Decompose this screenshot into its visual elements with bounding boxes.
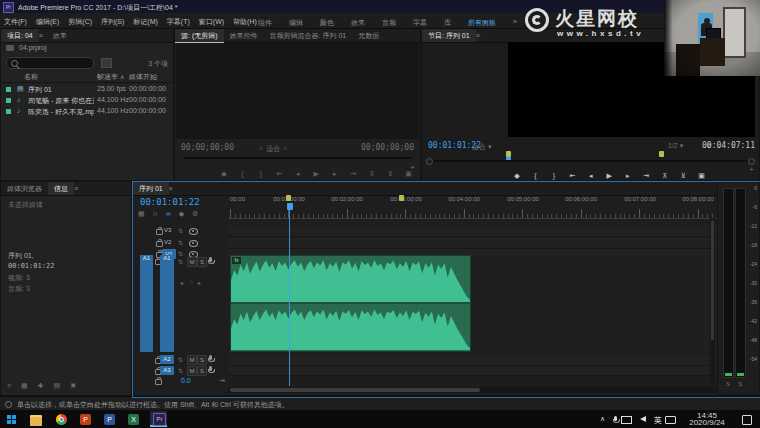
app-p-blue-icon[interactable]: P bbox=[104, 414, 115, 425]
source-fit-select[interactable]: ‹ 适合 › bbox=[260, 144, 286, 154]
mark-in-icon[interactable]: { bbox=[235, 170, 249, 177]
meter-solo-left[interactable]: S bbox=[726, 381, 730, 387]
item-name[interactable]: 周笔畅 - 原来 你也在这里… bbox=[28, 96, 94, 106]
sync-lock-icon[interactable]: ⇅ bbox=[178, 227, 183, 234]
workspace-tab-assembly[interactable]: 组件 bbox=[258, 18, 272, 28]
track-label-v3[interactable]: V3 bbox=[164, 227, 171, 233]
fit-timeline-icon[interactable]: ⇥ bbox=[219, 377, 225, 385]
go-to-out-icon[interactable]: ⇥ bbox=[346, 170, 360, 178]
step-forward-icon[interactable]: ▸ bbox=[621, 172, 635, 180]
menu-edit[interactable]: 编辑(E) bbox=[36, 17, 59, 27]
master-gain-value[interactable]: 0.0 bbox=[181, 377, 191, 384]
workspace-tab-effects[interactable]: 效果 bbox=[351, 18, 365, 28]
lift-icon[interactable]: ⊼ bbox=[658, 172, 672, 180]
menu-titles[interactable]: 字幕(T) bbox=[167, 17, 190, 27]
tray-volume-icon[interactable] bbox=[640, 416, 646, 422]
step-back-icon[interactable]: ◂ bbox=[584, 172, 598, 180]
program-fit-select[interactable]: 适合 ▾ bbox=[472, 142, 491, 152]
tab-source[interactable]: 源: (无剪辑) bbox=[175, 29, 224, 43]
timeline-ruler[interactable]: 00:00 00:01:00:00 00:02:00:00 00:03:00:0… bbox=[228, 196, 717, 219]
add-marker-icon[interactable]: ◆ bbox=[510, 172, 524, 180]
sync-lock-icon[interactable]: ⇅ bbox=[178, 356, 183, 363]
label-color-chip[interactable] bbox=[6, 98, 11, 103]
workspace-tab-editing[interactable]: 编辑 bbox=[289, 18, 303, 28]
extract-icon[interactable]: ⊻ bbox=[676, 172, 690, 180]
audio-track-a2-content[interactable] bbox=[228, 355, 717, 366]
keyframe-previous-icon[interactable]: ◂ bbox=[180, 279, 183, 286]
column-media-start[interactable]: 媒体开始 bbox=[129, 72, 157, 82]
track-lock-icon[interactable] bbox=[155, 379, 162, 385]
workspace-tab-all-panels[interactable]: 所有面板 bbox=[468, 18, 496, 28]
voiceover-record-icon[interactable] bbox=[209, 257, 212, 262]
notification-center-icon[interactable] bbox=[742, 415, 752, 425]
video-track-v3-content[interactable] bbox=[228, 226, 717, 237]
tray-ime-indicator[interactable]: 英 bbox=[654, 415, 662, 426]
icon-view-icon[interactable]: ▦ bbox=[21, 382, 28, 390]
go-to-in-icon[interactable]: ⇤ bbox=[272, 170, 286, 178]
track-output-eye-icon[interactable] bbox=[189, 240, 198, 247]
menu-file[interactable]: 文件(F) bbox=[4, 17, 27, 27]
table-row[interactable]: ♪ 陈奕迅 - 好久不见.mp3 44,100 Hz 00:00:00:00 bbox=[1, 106, 173, 117]
timeline-current-timecode[interactable]: 00:01:01:22 bbox=[140, 197, 200, 207]
workspace-overflow-icon[interactable]: » bbox=[513, 18, 517, 28]
audio-track-a3-content[interactable] bbox=[228, 366, 717, 376]
button-editor-icon[interactable]: + bbox=[749, 165, 754, 174]
item-name[interactable]: 陈奕迅 - 好久不见.mp3 bbox=[28, 107, 94, 117]
video-track-v2-content[interactable] bbox=[228, 238, 717, 249]
solo-button[interactable]: S bbox=[197, 366, 207, 376]
play-icon[interactable]: ▶ bbox=[309, 170, 323, 178]
sequence-marker[interactable] bbox=[659, 151, 664, 157]
export-frame-icon[interactable]: ▣ bbox=[695, 172, 709, 180]
tab-effects[interactable]: 效果 bbox=[47, 29, 73, 42]
sync-lock-icon[interactable]: ⇅ bbox=[178, 367, 183, 374]
label-color-chip[interactable] bbox=[6, 87, 11, 92]
column-rate[interactable]: 帧速率 bbox=[97, 72, 118, 82]
playhead-line[interactable] bbox=[289, 210, 290, 386]
nest-toggle-icon[interactable]: ▦ bbox=[138, 210, 145, 218]
mark-in-icon[interactable]: { bbox=[528, 172, 542, 179]
voiceover-record-icon[interactable] bbox=[209, 366, 212, 371]
powerpoint-icon[interactable]: P bbox=[80, 414, 91, 425]
program-resolution-select[interactable]: 1/2 ▾ bbox=[668, 142, 683, 150]
go-to-in-icon[interactable]: ⇤ bbox=[565, 172, 579, 180]
mark-out-icon[interactable]: } bbox=[547, 172, 561, 179]
tab-project[interactable]: 项目: 04 bbox=[1, 29, 39, 42]
panel-menu-icon[interactable]: ≡ bbox=[476, 32, 480, 39]
insert-icon[interactable]: ⊼ bbox=[365, 170, 379, 178]
track-target-a2[interactable]: A2 bbox=[160, 355, 174, 364]
snap-icon[interactable]: ∩ bbox=[153, 210, 158, 218]
sync-lock-icon[interactable]: ⇅ bbox=[178, 250, 183, 257]
mute-button[interactable]: M bbox=[187, 257, 197, 267]
program-zoom-scrollbar[interactable] bbox=[428, 160, 753, 162]
bin-view-icon[interactable] bbox=[101, 58, 112, 68]
track-lock-icon[interactable] bbox=[156, 241, 163, 247]
keyframe-next-icon[interactable]: ▸ bbox=[198, 279, 201, 286]
menu-markers[interactable]: 标记(M) bbox=[133, 17, 158, 27]
tab-info[interactable]: 信息 bbox=[48, 182, 74, 195]
file-explorer-icon[interactable] bbox=[30, 415, 42, 426]
sort-up-icon[interactable]: ∧ bbox=[120, 73, 124, 80]
tab-sequence-01[interactable]: 序列 01 bbox=[133, 182, 169, 195]
go-to-out-icon[interactable]: ⇥ bbox=[639, 172, 653, 180]
tab-media-browser[interactable]: 媒体浏览器 bbox=[1, 182, 48, 195]
panel-menu-icon[interactable]: ≡ bbox=[39, 32, 43, 39]
menu-clip[interactable]: 剪辑(C) bbox=[68, 17, 92, 27]
premiere-taskbar-icon[interactable]: Pr bbox=[150, 411, 167, 427]
label-color-chip[interactable] bbox=[6, 109, 11, 114]
timeline-settings-icon[interactable]: ⚙ bbox=[192, 210, 198, 218]
close-icon[interactable]: × bbox=[169, 185, 173, 192]
delete-icon[interactable]: ✖ bbox=[70, 382, 76, 390]
menu-window[interactable]: 窗口(W) bbox=[199, 17, 224, 27]
tab-program[interactable]: 节目: 序列 01 bbox=[422, 29, 476, 42]
tab-effect-controls[interactable]: 效果控件 bbox=[224, 29, 264, 42]
table-row[interactable]: ♪ 周笔畅 - 原来 你也在这里… 44,100 Hz 00:00:00:00 bbox=[1, 95, 173, 106]
workspace-tab-titles[interactable]: 字幕 bbox=[413, 18, 427, 28]
tray-chevron-icon[interactable]: ∧ bbox=[600, 415, 605, 423]
panel-menu-icon[interactable]: ≡ bbox=[74, 185, 78, 192]
sequence-marker[interactable] bbox=[399, 195, 404, 201]
source-patch-a1[interactable]: A1 bbox=[140, 255, 153, 352]
sync-lock-icon[interactable]: ⇅ bbox=[178, 258, 183, 265]
new-item-icon[interactable]: ✚ bbox=[38, 382, 44, 390]
workspace-tab-color[interactable]: 颜色 bbox=[320, 18, 334, 28]
meter-solo-right[interactable]: S bbox=[738, 381, 742, 387]
